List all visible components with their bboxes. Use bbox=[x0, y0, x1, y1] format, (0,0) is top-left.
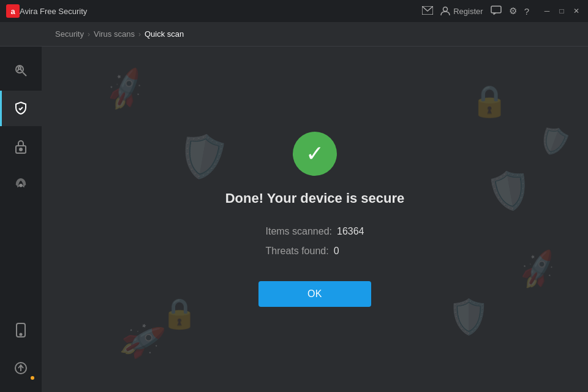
svg-point-9 bbox=[20, 148, 22, 151]
sidebar-bottom bbox=[0, 312, 42, 392]
breadcrumb-sep-1: › bbox=[88, 30, 90, 39]
sidebar bbox=[0, 47, 42, 392]
window-controls: ─ □ ✕ bbox=[541, 6, 582, 17]
threats-found-row: Threats found: 0 bbox=[265, 246, 364, 257]
result-panel: ✓ Done! Your device is secure Items scan… bbox=[225, 132, 405, 307]
breadcrumb-virus-scans[interactable]: Virus scans bbox=[94, 29, 135, 39]
svg-rect-4 bbox=[491, 6, 501, 13]
sidebar-item-protection[interactable] bbox=[0, 91, 42, 126]
main-layout: 🚀 🛡️ 🔒 🛡️ 🔒 🚀 🛡️ 🚀 🛡️ ✓ Done bbox=[0, 47, 588, 392]
sidebar-item-privacy[interactable] bbox=[0, 129, 42, 164]
breadcrumb-sep-2: › bbox=[138, 30, 141, 39]
breadcrumb: Security › Virus scans › Quick scan bbox=[55, 29, 184, 39]
svg-point-10 bbox=[20, 184, 22, 187]
maximize-button[interactable]: □ bbox=[556, 6, 567, 17]
breadcrumb-security[interactable]: Security bbox=[55, 29, 84, 39]
titlebar-controls: Register ⚙ ? ─ □ ✕ bbox=[422, 6, 582, 17]
items-scanned-label: Items scanned: bbox=[265, 226, 332, 237]
svg-line-6 bbox=[23, 72, 26, 76]
breadcrumb-bar: Security › Virus scans › Quick scan bbox=[0, 22, 588, 47]
sidebar-item-performance[interactable] bbox=[0, 167, 42, 202]
items-scanned-row: Items scanned: 16364 bbox=[265, 226, 364, 237]
register-button[interactable]: Register bbox=[440, 6, 483, 16]
svg-point-3 bbox=[443, 7, 448, 12]
register-label: Register bbox=[453, 7, 483, 16]
app-title: Avira Free Security bbox=[20, 7, 422, 16]
threats-found-label: Threats found: bbox=[265, 246, 328, 257]
done-message: Done! Your device is secure bbox=[225, 190, 405, 206]
email-icon[interactable] bbox=[422, 6, 433, 17]
upgrade-badge bbox=[29, 375, 36, 381]
minimize-button[interactable]: ─ bbox=[541, 6, 552, 17]
svg-point-12 bbox=[20, 334, 22, 336]
settings-icon[interactable]: ⚙ bbox=[509, 6, 517, 17]
breadcrumb-quick-scan[interactable]: Quick scan bbox=[145, 29, 184, 39]
content-area: 🚀 🛡️ 🔒 🛡️ 🔒 🚀 🛡️ 🚀 🛡️ ✓ Done bbox=[42, 47, 588, 392]
svg-text:a: a bbox=[10, 7, 15, 16]
help-icon[interactable]: ? bbox=[524, 6, 529, 17]
title-bar: a Avira Free Security Register bbox=[0, 0, 588, 22]
threats-found-value: 0 bbox=[334, 246, 339, 257]
close-button[interactable]: ✕ bbox=[571, 6, 582, 17]
success-icon: ✓ bbox=[293, 132, 337, 176]
avira-logo-icon: a bbox=[6, 4, 20, 18]
items-scanned-value: 16364 bbox=[337, 226, 364, 237]
stats-container: Items scanned: 16364 Threats found: 0 bbox=[265, 226, 364, 257]
sidebar-item-mobile[interactable] bbox=[0, 312, 42, 348]
chat-icon[interactable] bbox=[491, 6, 502, 17]
sidebar-item-upgrade[interactable] bbox=[0, 350, 42, 386]
ok-button[interactable]: OK bbox=[258, 281, 371, 307]
sidebar-item-search[interactable] bbox=[0, 53, 42, 88]
checkmark-icon: ✓ bbox=[306, 143, 324, 165]
